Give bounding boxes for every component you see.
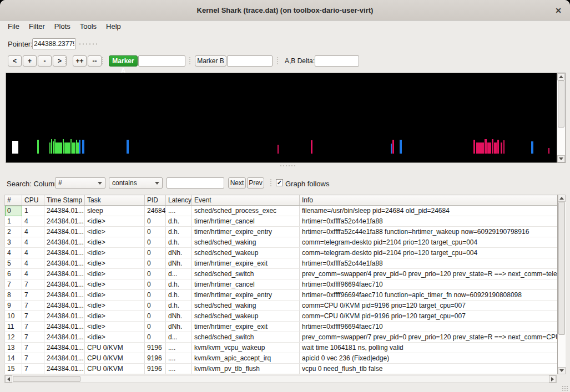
search-input[interactable] — [167, 177, 224, 189]
table-cell[interactable]: 7 — [22, 343, 44, 353]
table-cell[interactable]: 0 — [145, 258, 166, 269]
table-cell[interactable]: kvm/kvm_pv_tlb_flush — [192, 364, 300, 374]
column-header[interactable]: Latency — [166, 195, 192, 206]
table-cell[interactable]: sched/sched_process_exec — [192, 206, 300, 216]
table-cell[interactable]: timer/hrtimer_expire_exit — [192, 322, 300, 332]
table-cell[interactable]: 0 — [5, 206, 22, 216]
table-cell[interactable]: 4 — [22, 258, 44, 269]
scroll-up-button[interactable] — [558, 195, 566, 202]
table-cell[interactable]: 13 — [5, 343, 22, 353]
table-row[interactable]: 137244384.01...CPU 0/KVM9196....kvm/kvm_… — [5, 343, 558, 353]
table-cell[interactable]: hrtimer=0xffff96694faec710 — [300, 279, 558, 290]
table-cell[interactable]: 7 — [22, 311, 44, 322]
nav-button[interactable]: ++ — [73, 55, 87, 67]
table-cell[interactable]: comm=telegram-deskto pid=2104 prio=120 t… — [300, 237, 558, 248]
column-header[interactable]: PID — [145, 195, 166, 206]
table-cell[interactable]: hrtimer=0xffff96694faec710 — [300, 322, 558, 332]
table-cell[interactable]: <idle> — [85, 279, 145, 290]
table-cell[interactable]: <idle> — [85, 258, 145, 269]
search-next-button[interactable]: Next — [228, 177, 246, 189]
marker-b-field[interactable] — [227, 55, 273, 67]
nav-button[interactable]: + — [23, 55, 37, 67]
nav-button[interactable]: - — [38, 55, 52, 67]
table-cell[interactable]: 0 — [145, 227, 166, 237]
table-cell[interactable]: <idle> — [85, 290, 145, 301]
scroll-down-button[interactable] — [557, 155, 565, 162]
table-cell[interactable]: 244384.01... — [44, 301, 85, 311]
trace-graph-canvas[interactable] — [6, 73, 557, 162]
table-cell[interactable]: comm=CPU 0/KVM pid=9196 prio=120 target_… — [300, 301, 558, 311]
table-cell[interactable]: timer/hrtimer_expire_entry — [192, 227, 300, 237]
table-cell[interactable]: sleep — [85, 206, 145, 216]
search-prev-button[interactable]: Prev — [247, 177, 264, 189]
table-row[interactable]: 34244384.01...<idle>0d.h.sched/sched_wak… — [5, 237, 558, 248]
table-cell[interactable]: 244384.01... — [44, 353, 85, 364]
table-cell[interactable]: 244384.01... — [44, 269, 85, 279]
table-cell[interactable]: d... — [166, 269, 192, 279]
table-cell[interactable]: <idle> — [85, 248, 145, 258]
table-cell[interactable]: CPU 0/KVM — [85, 353, 145, 364]
table-cell[interactable]: 0 — [145, 237, 166, 248]
table-cell[interactable]: .... — [166, 364, 192, 374]
table-cell[interactable]: 4 — [22, 269, 44, 279]
table-cell[interactable]: 0 — [145, 322, 166, 332]
pointer-field[interactable] — [32, 38, 76, 49]
table-cell[interactable]: <idle> — [85, 322, 145, 332]
table-cell[interactable]: 1 — [5, 216, 22, 227]
table-cell[interactable]: hrtimer=0xffffa52c44e1fa88 function=hrti… — [300, 227, 558, 237]
table-cell[interactable]: 244384.01... — [44, 206, 85, 216]
table-cell[interactable]: vcpu 0 need_flush_tlb false — [300, 364, 558, 374]
table-cell[interactable]: filename=/usr/bin/sleep pid=24684 old_pi… — [300, 206, 558, 216]
table-cell[interactable]: 11 — [5, 322, 22, 332]
table-cell[interactable]: 0 — [145, 301, 166, 311]
table-cell[interactable]: 6 — [5, 269, 22, 279]
menu-item-plots[interactable]: Plots — [51, 21, 74, 32]
table-cell[interactable]: <idle> — [85, 332, 145, 343]
table-cell[interactable]: 3 — [5, 237, 22, 248]
table-cell[interactable]: 9196 — [145, 353, 166, 364]
scroll-up-button[interactable] — [557, 73, 565, 80]
table-cell[interactable]: sched/sched_waking — [192, 301, 300, 311]
table-cell[interactable]: .... — [166, 353, 192, 364]
table-cell[interactable]: 244384.01... — [44, 258, 85, 269]
column-header[interactable]: Task — [85, 195, 145, 206]
table-cell[interactable]: 244384.01... — [44, 290, 85, 301]
ab-delta-field[interactable] — [315, 55, 359, 67]
menu-item-tools[interactable]: Tools — [76, 21, 100, 32]
table-cell[interactable]: dNh. — [166, 322, 192, 332]
table-cell[interactable]: timer/hrtimer_cancel — [192, 279, 300, 290]
table-hscrollbar-thumb[interactable] — [13, 376, 80, 382]
table-cell[interactable]: 7 — [22, 301, 44, 311]
table-cell[interactable]: <idle> — [85, 227, 145, 237]
scroll-right-button[interactable] — [549, 375, 556, 383]
table-row[interactable]: 64244384.01...<idle>0d...sched/sched_swi… — [5, 269, 558, 279]
table-cell[interactable]: wait time 1064181 ns, polling valid — [300, 343, 558, 353]
table-cell[interactable]: 244384.01... — [44, 364, 85, 374]
table-cell[interactable]: 9196 — [145, 364, 166, 374]
table-cell[interactable]: <idle> — [85, 301, 145, 311]
table-cell[interactable]: apicid 0 vec 236 (Fixed|edge) — [300, 353, 558, 364]
nav-button[interactable]: -- — [88, 55, 102, 67]
table-cell[interactable]: <idle> — [85, 269, 145, 279]
resize-grip[interactable] — [562, 385, 568, 391]
table-cell[interactable]: 4 — [22, 227, 44, 237]
table-cell[interactable]: 7 — [22, 290, 44, 301]
table-cell[interactable]: kvm/kvm_apic_accept_irq — [192, 353, 300, 364]
table-cell[interactable]: 9 — [5, 301, 22, 311]
nav-button[interactable]: < — [8, 55, 22, 67]
table-cell[interactable]: sched/sched_wakeup — [192, 311, 300, 322]
table-cell[interactable]: timer/hrtimer_cancel — [192, 216, 300, 227]
table-row[interactable]: 97244384.01...<idle>0d.h.sched/sched_wak… — [5, 301, 558, 311]
table-cell[interactable]: d... — [166, 332, 192, 343]
table-cell[interactable]: 14 — [5, 353, 22, 364]
table-cell[interactable]: timer/hrtimer_expire_exit — [192, 258, 300, 269]
table-cell[interactable]: CPU 0/KVM — [85, 364, 145, 374]
table-row[interactable]: 54244384.01...<idle>0dNh.timer/hrtimer_e… — [5, 258, 558, 269]
table-cell[interactable]: d.h. — [166, 279, 192, 290]
table-cell[interactable]: sched/sched_waking — [192, 237, 300, 248]
table-cell[interactable]: 244384.01... — [44, 332, 85, 343]
table-cell[interactable]: 0 — [145, 290, 166, 301]
table-row[interactable]: 14244384.01...<idle>0d.h.timer/hrtimer_c… — [5, 216, 558, 227]
table-cell[interactable]: 12 — [5, 332, 22, 343]
splitter-handle[interactable] — [280, 165, 295, 166]
